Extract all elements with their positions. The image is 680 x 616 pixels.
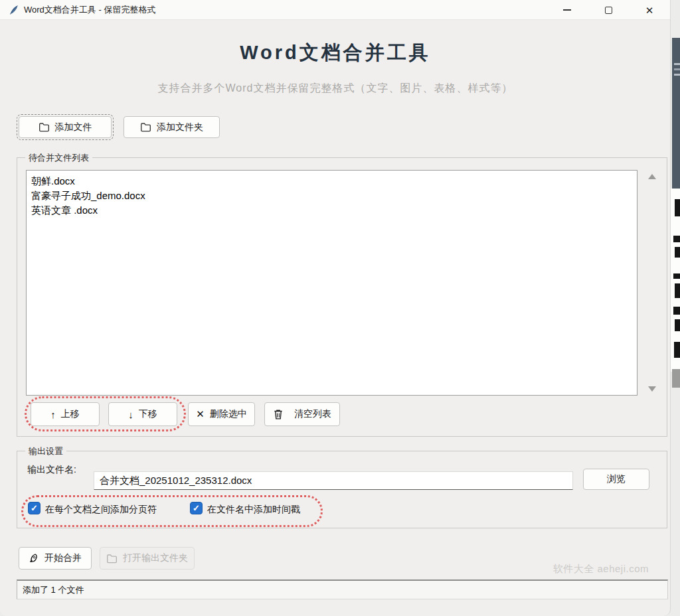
window-title: Word文档合并工具 - 保留完整格式 [24, 4, 155, 16]
timestamp-checkbox-label[interactable]: 在文件名中添加时间戳 [207, 504, 300, 516]
page-title: Word文档合并工具 [0, 40, 671, 66]
folder-icon [140, 122, 151, 132]
file-list-group: 待合并文件列表 朝鲜.docx 富豪寻子成功_demo.docx 英语文章 .d… [17, 157, 667, 437]
delete-selected-button[interactable]: ✕ 删除选中 [188, 402, 255, 426]
pagebreak-checkbox[interactable]: ✓ [28, 502, 41, 514]
status-bar: 添加了 1 个文件 [17, 579, 668, 599]
arrow-up-icon: ↑ [50, 409, 56, 420]
background-text-fragment [673, 307, 680, 315]
open-output-folder-label: 打开输出文件夹 [123, 552, 188, 564]
screen: Word文档合并工具 - 保留完整格式 ✕ Word文档合并工具 支持合并多个W… [0, 0, 680, 616]
check-icon: ✓ [193, 504, 200, 512]
title-bar: Word文档合并工具 - 保留完整格式 ✕ [0, 0, 670, 20]
delete-selected-label: 删除选中 [210, 408, 247, 420]
scroll-down-icon[interactable] [648, 386, 656, 392]
browse-button[interactable]: 浏览 [583, 469, 649, 490]
watermark: 软件大全 aeheji.com [553, 563, 649, 576]
background-text-fragment [673, 273, 680, 279]
clear-list-label: 清空列表 [294, 408, 331, 420]
background-window-strip [672, 38, 680, 189]
folder-icon [106, 554, 118, 564]
arrow-down-icon: ↓ [128, 409, 133, 420]
background-text-fragment [674, 342, 680, 358]
open-output-folder-button[interactable]: 打开输出文件夹 [100, 547, 195, 570]
add-folder-label: 添加文件夹 [157, 121, 203, 133]
add-folder-button[interactable]: 添加文件夹 [124, 116, 220, 138]
background-text-fragment [675, 247, 680, 258]
clear-list-button[interactable]: 清空列表 [264, 402, 340, 426]
page-subtitle: 支持合并多个Word文档并保留完整格式（文字、图片、表格、样式等） [0, 82, 671, 96]
maximize-button[interactable] [588, 0, 629, 20]
python-feather-icon [9, 5, 19, 15]
background-text-fragment [673, 236, 680, 242]
add-file-label: 添加文件 [55, 121, 92, 133]
list-scrollbar[interactable] [647, 170, 657, 396]
scroll-up-icon[interactable] [648, 174, 656, 179]
close-button[interactable]: ✕ [629, 0, 670, 20]
move-down-button[interactable]: ↓ 下移 [108, 402, 177, 426]
background-fragment [674, 68, 680, 70]
file-listbox[interactable]: 朝鲜.docx 富豪寻子成功_demo.docx 英语文章 .docx [26, 170, 638, 396]
list-item[interactable]: 英语文章 .docx [31, 203, 632, 218]
background-text-fragment [675, 319, 680, 331]
add-file-button[interactable]: 添加文件 [19, 116, 112, 138]
file-list-group-label: 待合并文件列表 [25, 152, 92, 164]
move-up-button[interactable]: ↑ 上移 [31, 402, 100, 426]
check-icon: ✓ [31, 504, 38, 512]
window-controls: ✕ [547, 0, 670, 20]
background-fragment [674, 74, 680, 76]
x-icon: ✕ [196, 408, 205, 420]
output-settings-label: 输出设置 [25, 445, 66, 457]
move-up-label: 上移 [61, 408, 80, 420]
pagebreak-checkbox-label[interactable]: 在每个文档之间添加分页符 [45, 504, 157, 516]
background-fragment [674, 63, 680, 65]
output-filename-label: 输出文件名: [27, 464, 76, 476]
rocket-icon [29, 553, 39, 564]
status-text: 添加了 1 个文件 [23, 584, 84, 596]
background-fragment [672, 369, 680, 388]
list-item[interactable]: 朝鲜.docx [31, 174, 632, 189]
folder-icon [39, 122, 50, 132]
browse-label: 浏览 [607, 473, 626, 485]
start-merge-button[interactable]: 开始合并 [19, 547, 92, 570]
move-down-label: 下移 [139, 408, 157, 420]
background-text-fragment [675, 283, 680, 298]
output-settings-group: 输出设置 输出文件名: [17, 451, 667, 528]
app-window: Word文档合并工具 - 保留完整格式 ✕ Word文档合并工具 支持合并多个W… [0, 0, 671, 616]
timestamp-checkbox[interactable]: ✓ [190, 502, 203, 514]
minimize-icon [563, 9, 571, 11]
maximize-icon [605, 7, 612, 14]
trash-icon [273, 409, 284, 420]
list-item[interactable]: 富豪寻子成功_demo.docx [31, 189, 632, 203]
output-filename-input[interactable] [94, 471, 573, 490]
minimize-button[interactable] [547, 0, 588, 20]
start-merge-label: 开始合并 [44, 552, 82, 564]
background-text-fragment [675, 199, 680, 216]
close-icon: ✕ [645, 5, 654, 15]
